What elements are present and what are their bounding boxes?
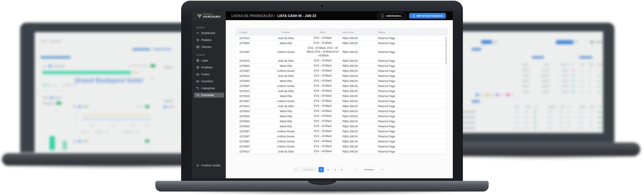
pagination-page-2[interactable]: 2 [325,167,331,172]
itens-text: EVS - All Black [314,73,332,78]
cell-co-digo: 1570587 [236,135,265,138]
table-row[interactable]: 1570587Antônio NunesEVS - All BlackR$24.… [236,144,447,149]
cell-cliente: José da Silva [265,59,306,62]
column-header-valor-total: Valor total [339,31,375,34]
sidebar-item-produtos[interactable]: Produtos [194,65,224,70]
sidebar-item-label: Lojas [201,59,208,62]
deco-shape [559,122,563,123]
deco-shape [588,80,591,82]
table-row[interactable]: 1570603Maria RitaEVS - All BlackR$24.490… [236,114,447,119]
deco-shape [522,91,530,92]
table-row[interactable]: 1570587Antônio NunesEVS - All BlackR$24.… [236,139,447,144]
pagination-last[interactable]: » [380,167,385,172]
cell-co-digo: 1570613 [236,105,265,108]
table-scrollbar-thumb[interactable] [445,37,447,64]
cell-status: Reserva Paga [375,115,448,118]
itens-text: EVS - All Black [314,134,332,139]
deco-shape [590,106,594,107]
itens-text: EVS - All Black [314,109,332,114]
sidebar-item-label: Vouchers [201,80,213,83]
cell-valor-total: R$24.490,00 [339,100,375,103]
sidebar-item-fretes[interactable]: Fretes [194,72,224,77]
sidebar-item-label: Priorizado [201,94,214,97]
cell-i-tens: EVS - All Black [306,144,339,149]
cart-icon [196,38,199,42]
cell-status: Reserva Paga [375,64,448,67]
liberando-button[interactable]: LIBERANDO.. [377,13,406,19]
sidebar-item-label: Produtos [201,66,213,69]
deco-shape [597,80,601,82]
cell-co-digo: 1570603 [236,120,265,123]
table-row[interactable]: 1570613José da SilvaEVS - All BlackR$24.… [236,104,447,109]
deco-shape [560,106,565,107]
table-row[interactable]: 1570587Antônio NunesEVS - All BlackR$24.… [236,99,447,104]
deco-shape [595,41,603,43]
cell-cliente: José da Silva [265,150,306,153]
deco-shape [580,70,584,71]
cell-i-tens: EVS - All Black [306,83,339,89]
table-row[interactable]: 1570613José da SilvaEVS - All BlackR$24.… [236,36,447,41]
cell-i-tens: EVS - All Black [306,63,339,68]
deco-shape [522,64,528,65]
cell-i-tens: EVS - All Black [306,134,339,139]
sidebar-item-pedidos[interactable]: Pedidos [194,37,224,43]
table-row[interactable]: 1570613José da SilvaEVS - All BlackR$24.… [236,89,447,94]
table-row[interactable]: 1570603Maria RitaEVS - All BlackR$24.490… [236,119,447,124]
table-row[interactable]: 1570603Maria RitaEVS - All BlackR$24.490… [236,63,447,68]
deco-shape [481,40,492,44]
table-row[interactable]: 1570603Maria RitaEVS - All BlackR$24.490… [236,78,447,83]
background-right-deco-shapes [457,32,603,133]
deco-shape [496,94,498,96]
table-row[interactable]: 1570587Antônio NunesEVS - All Black, EVS… [236,46,447,58]
deco-shape [572,70,575,71]
deco-shape [597,91,601,92]
pagination: «‹ Anterior1234..12Próxima ›» [226,167,453,172]
sidebar-item-priorizado[interactable]: Priorizado [194,93,224,98]
column-header-co-digo: Código [236,31,265,34]
cell-cliente: Antônio Nunes [265,145,306,148]
cell-i-tens: EVS - All Black [306,124,339,129]
sidebar-item-vouchers[interactable]: Vouchers [194,79,224,84]
table-row[interactable]: 1570587Antônio NunesEVS - All BlackR$24.… [236,68,447,73]
app-logo[interactable]: Portal do PARCEIRO [192,11,226,20]
deco-shape [598,122,602,123]
table-row[interactable]: 1570587Antônio NunesEVS - All BlackR$24.… [236,83,447,89]
table-row[interactable]: 1570587Antônio NunesEVS - All BlackR$24.… [236,134,447,139]
pagination-next[interactable]: Próxima › [361,167,378,172]
sidebar-item-lojas[interactable]: Lojas [194,58,224,63]
table-row[interactable]: 1570603Maria RitaEVS - All BlackR$24.490… [236,94,447,99]
deco-shape [476,94,478,96]
cell-status: Reserva Paga [375,42,448,45]
pagination-page-1[interactable]: 1 [319,167,324,172]
deco-shape [580,64,585,65]
deco-shape [597,75,601,76]
table-header-row: CódigoClienteÍtensValor totalStatus [236,29,447,36]
cell-cliente: Maria Rita [265,110,306,113]
itens-text: EVS - All Black [314,119,332,124]
header-actions: LIBERANDO.. IMPORTAR PEDIDOS [377,13,453,19]
sidebar-item-categorias[interactable]: Categorias [194,86,224,91]
deco-shape [572,75,575,76]
pagination-page-4[interactable]: 4 [339,167,345,172]
table-row[interactable]: 1570613José da SilvaEVS - All BlackR$24.… [236,58,447,63]
pagination-page-3[interactable]: 3 [332,167,338,172]
table-row[interactable]: 1570587Antônio NunesEVS - All BlackR$24.… [236,129,447,134]
table-row[interactable]: 1570603Maria RitaEVS - All BlackR$24.490… [236,109,447,114]
itens-text: EVS - All Black [314,114,332,119]
orders-table: CódigoClienteÍtensValor totalStatus 1570… [235,28,448,154]
table-row[interactable]: 1570613José da SilvaEVS - All BlackR$24.… [236,149,447,154]
cell-status: Reserva Paga [375,110,448,113]
deco-shape [534,122,537,123]
breadcrumb-prefix[interactable]: LISTAS DE PRIORIZAÇÃO / [231,14,275,18]
sidebar-item-dashboard[interactable]: Dashboard [194,31,224,36]
table-row[interactable]: 1570603Maria RitaEVS - All BlackR$24.490… [236,41,447,46]
table-row[interactable]: 1570613José da SilvaEVS - All BlackR$24.… [236,73,447,78]
cell-status: Reserva Paga [375,37,448,40]
itens-text: EVS - All Black [314,99,332,104]
sidebar-item-clientes[interactable]: Clientes [194,44,224,49]
table-row[interactable]: 1570603Maria RitaEVS - All BlackR$24.490… [236,124,447,129]
logout-button[interactable]: Finalizar sessão [196,164,220,167]
pagination-first: « [293,167,299,172]
cell-valor-total: R$24.490,00 [339,105,375,108]
importar-pedidos-button[interactable]: IMPORTAR PEDIDOS [409,13,446,19]
